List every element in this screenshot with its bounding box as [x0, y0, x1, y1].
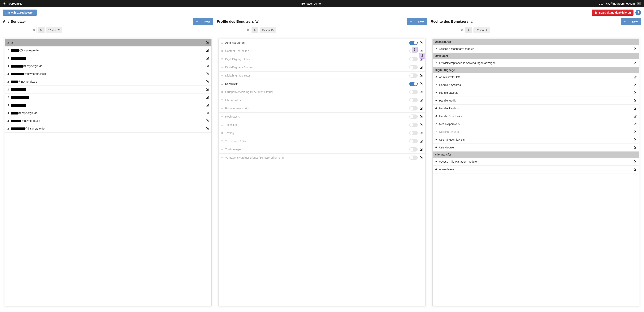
add-profile-button[interactable]: [407, 18, 415, 25]
edit-icon[interactable]: [633, 47, 637, 51]
edit-icon[interactable]: [205, 41, 209, 44]
user-row[interactable]: @insynergie.de: [5, 46, 212, 54]
clear-icon[interactable]: ×: [461, 28, 463, 32]
edit-icon[interactable]: [419, 131, 423, 135]
add-right-button[interactable]: [621, 18, 629, 25]
edit-icon[interactable]: [205, 56, 209, 60]
user-row[interactable]: @insynergie.local: [5, 70, 212, 78]
edit-icon[interactable]: [633, 160, 637, 164]
user-row[interactable]: @insynergie.de: [5, 78, 212, 86]
edit-icon[interactable]: [419, 139, 423, 143]
new-user-button[interactable]: New: [201, 18, 213, 25]
edit-icon[interactable]: [205, 127, 209, 131]
edit-icon[interactable]: [633, 138, 637, 142]
users-search-button[interactable]: [38, 27, 44, 33]
page-title: Benutzerrechte: [23, 2, 599, 5]
profile-toggle[interactable]: [409, 123, 418, 127]
edit-icon[interactable]: [205, 95, 209, 99]
profile-toggle[interactable]: [409, 73, 418, 78]
clear-icon[interactable]: ×: [247, 28, 249, 32]
right-row: Handle Keywords: [432, 81, 639, 89]
edit-icon[interactable]: [419, 115, 423, 118]
profile-toggle[interactable]: [409, 82, 418, 86]
edit-icon[interactable]: [419, 123, 423, 127]
edit-icon[interactable]: [633, 122, 637, 126]
edit-icon[interactable]: [633, 168, 637, 171]
profile-label: DigitalSignage Admin: [225, 58, 408, 61]
user-row[interactable]: @insynergie.de: [5, 117, 212, 125]
user-row[interactable]: @insynergie.de: [5, 62, 212, 70]
edit-icon[interactable]: [633, 83, 637, 87]
rights-group-header: Digital Signage: [432, 67, 639, 73]
profile-toggle[interactable]: [409, 131, 418, 135]
rights-search-input[interactable]: [431, 27, 464, 33]
edit-icon[interactable]: [205, 119, 209, 123]
new-right-button[interactable]: New: [629, 18, 641, 25]
edit-icon[interactable]: [205, 64, 209, 68]
user-row[interactable]: a: [5, 39, 212, 46]
user-row[interactable]: [5, 86, 212, 93]
right-row: Entwickleroptionen in Anwendungen anzeig…: [432, 59, 639, 67]
user-name: l@insynergie.de: [11, 127, 204, 130]
profile-toggle[interactable]: [409, 156, 418, 160]
edit-icon[interactable]: [419, 98, 423, 102]
profile-toggle[interactable]: [409, 98, 418, 102]
user-email[interactable]: user_xyz@neuroomnet.com: [599, 2, 635, 5]
edit-icon[interactable]: [419, 106, 423, 110]
edit-icon[interactable]: [205, 80, 209, 84]
edit-icon[interactable]: [419, 74, 423, 77]
user-icon: [7, 49, 10, 52]
list-icon: [221, 82, 224, 85]
search-icon: [254, 29, 256, 31]
profiles-search-input[interactable]: [217, 27, 250, 33]
edit-icon[interactable]: [633, 114, 637, 118]
edit-icon[interactable]: [419, 49, 423, 53]
rights-search-button[interactable]: [466, 27, 472, 33]
help-button[interactable]: ?: [636, 10, 641, 15]
edit-icon[interactable]: [633, 75, 637, 79]
profile-toggle[interactable]: [409, 57, 418, 61]
user-row[interactable]: [5, 101, 212, 109]
profile-toggle[interactable]: [409, 114, 418, 119]
profile-toggle[interactable]: [409, 139, 418, 143]
edit-icon[interactable]: [205, 72, 209, 76]
users-search-input[interactable]: [3, 27, 36, 33]
profile-toggle[interactable]: [409, 90, 418, 94]
profile-toggle[interactable]: [409, 41, 418, 45]
disable-editing-button[interactable]: Bearbeitung deaktivieren: [592, 9, 634, 16]
user-row[interactable]: [5, 93, 212, 101]
edit-icon[interactable]: [205, 88, 209, 91]
edit-icon[interactable]: [633, 61, 637, 65]
edit-icon[interactable]: [419, 65, 423, 69]
edit-icon[interactable]: [205, 103, 209, 107]
edit-icon[interactable]: [419, 90, 423, 94]
edit-icon[interactable]: [633, 130, 637, 134]
right-row: Access "Dashboard" module: [432, 45, 639, 53]
profile-toggle[interactable]: [409, 147, 418, 152]
edit-icon[interactable]: [205, 111, 209, 115]
language-badge[interactable]: AZ: [637, 2, 641, 5]
user-row[interactable]: l@insynergie.de: [5, 125, 212, 133]
edit-icon[interactable]: [633, 146, 637, 149]
user-row[interactable]: [5, 54, 212, 62]
edit-icon[interactable]: [419, 82, 423, 86]
callout-2: 2: [419, 53, 425, 59]
edit-icon[interactable]: [205, 48, 209, 52]
right-row: Handle Playlists: [432, 105, 639, 112]
add-user-button[interactable]: [193, 18, 201, 25]
edit-icon[interactable]: [633, 91, 637, 95]
reset-selection-button[interactable]: Auswahl zurücksetzen: [3, 9, 37, 16]
edit-icon[interactable]: [633, 99, 637, 102]
user-row[interactable]: @insynergie.de: [5, 109, 212, 117]
edit-icon[interactable]: [419, 148, 423, 151]
profile-toggle[interactable]: [409, 106, 418, 110]
clear-icon[interactable]: ×: [33, 28, 35, 32]
profiles-search-button[interactable]: [252, 27, 258, 33]
edit-icon[interactable]: [419, 156, 423, 160]
list-icon: [221, 123, 224, 126]
home-icon[interactable]: [3, 2, 6, 5]
edit-icon[interactable]: [633, 106, 637, 110]
new-profile-button[interactable]: New: [415, 18, 427, 25]
edit-icon[interactable]: [419, 41, 423, 45]
profile-toggle[interactable]: [409, 65, 418, 69]
